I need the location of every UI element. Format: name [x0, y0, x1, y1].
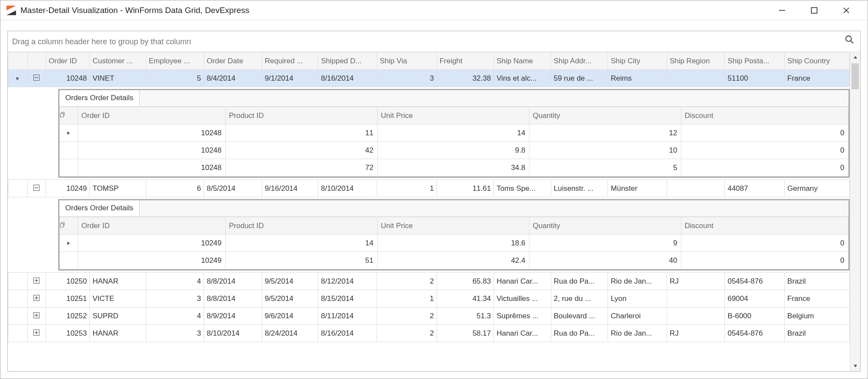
detail-col-unitPrice[interactable]: Unit Price: [377, 107, 529, 124]
detail-cell-quantity[interactable]: 9: [529, 235, 681, 252]
cell-shipCountry[interactable]: Germany: [785, 180, 850, 197]
cell-orderId[interactable]: 10253: [46, 325, 90, 342]
detail-cell-unitPrice[interactable]: 42.4: [377, 252, 529, 269]
cell-requiredDate[interactable]: 8/24/2014: [262, 325, 318, 342]
detail-cell-productId[interactable]: 72: [225, 159, 377, 176]
detail-col-quantity[interactable]: Quantity: [529, 107, 681, 124]
master-row[interactable]: 10249TOMSP68/5/20149/16/20148/10/2014111…: [8, 180, 850, 197]
cell-shipCity[interactable]: Lyon: [608, 290, 667, 307]
detail-cell-unitPrice[interactable]: 14: [377, 124, 529, 142]
cell-shipAddress[interactable]: 59 rue de ...: [551, 70, 608, 87]
expand-button[interactable]: [27, 307, 46, 325]
detail-col-orderId[interactable]: Order ID: [78, 217, 225, 235]
col-header-shipVia[interactable]: Ship Via: [377, 52, 437, 70]
detail-col-orderId[interactable]: Order ID: [78, 107, 225, 124]
scroll-thumb[interactable]: [852, 63, 859, 89]
detail-cell-unitPrice[interactable]: 9.8: [377, 142, 529, 159]
detail-cell-productId[interactable]: 14: [225, 235, 377, 252]
col-header-shipName[interactable]: Ship Name: [494, 52, 551, 70]
cell-shipName[interactable]: Victuailles ...: [494, 290, 551, 307]
detail-row[interactable]: 102481114120: [59, 124, 848, 142]
detail-cell-unitPrice[interactable]: 34.8: [377, 159, 529, 176]
cell-shipCity[interactable]: Rio de Jan...: [608, 273, 667, 290]
expand-button[interactable]: [27, 70, 46, 87]
cell-customerId[interactable]: VINET: [90, 70, 146, 87]
cell-shipVia[interactable]: 2: [377, 273, 437, 290]
cell-requiredDate[interactable]: 9/1/2014: [262, 70, 318, 87]
detail-col-productId[interactable]: Product ID: [225, 107, 377, 124]
detail-cell-productId[interactable]: 42: [225, 142, 377, 159]
detail-cell-productId[interactable]: 11: [225, 124, 377, 142]
cell-customerId[interactable]: HANAR: [90, 325, 146, 342]
cell-orderId[interactable]: 10251: [46, 290, 90, 307]
cell-orderDate[interactable]: 8/9/2014: [204, 307, 262, 325]
cell-customerId[interactable]: SUPRD: [90, 307, 146, 325]
cell-shipVia[interactable]: 1: [377, 290, 437, 307]
close-button[interactable]: [836, 3, 856, 18]
col-header-shipCountry[interactable]: Ship Country: [785, 52, 850, 70]
detail-cell-orderId[interactable]: 10248: [78, 124, 225, 142]
cell-shipCity[interactable]: Reims: [608, 70, 667, 87]
cell-shipPostal[interactable]: B-6000: [725, 307, 785, 325]
detail-selector-header[interactable]: [59, 107, 78, 124]
col-header-employeeId[interactable]: Employee ...: [146, 52, 204, 70]
detail-cell-quantity[interactable]: 12: [529, 124, 681, 142]
cell-orderDate[interactable]: 8/5/2014: [204, 180, 262, 197]
col-header-shipCity[interactable]: Ship City: [608, 52, 667, 70]
detail-col-unitPrice[interactable]: Unit Price: [377, 217, 529, 235]
detail-row[interactable]: 102495142.4400: [59, 252, 848, 269]
cell-shipCountry[interactable]: Belgium: [785, 307, 850, 325]
expand-button[interactable]: [27, 273, 46, 290]
cell-shipPostal[interactable]: 51100: [725, 70, 785, 87]
cell-requiredDate[interactable]: 9/5/2014: [262, 273, 318, 290]
grid-body[interactable]: Order IDCustomer ...Employee ...Order Da…: [8, 52, 850, 371]
cell-orderDate[interactable]: 8/8/2014: [204, 290, 262, 307]
cell-shipRegion[interactable]: [667, 307, 725, 325]
detail-cell-unitPrice[interactable]: 18.6: [377, 235, 529, 252]
cell-orderDate[interactable]: 8/8/2014: [204, 273, 262, 290]
detail-selector-header[interactable]: [59, 217, 78, 235]
cell-orderDate[interactable]: 8/10/2014: [204, 325, 262, 342]
vertical-scrollbar[interactable]: [850, 52, 860, 371]
detail-col-discount[interactable]: Discount: [681, 107, 848, 124]
cell-freight[interactable]: 32.38: [437, 70, 494, 87]
detail-cell-quantity[interactable]: 10: [529, 142, 681, 159]
detail-col-quantity[interactable]: Quantity: [529, 217, 681, 235]
col-header-shipRegion[interactable]: Ship Region: [667, 52, 725, 70]
detail-cell-quantity[interactable]: 5: [529, 159, 681, 176]
cell-customerId[interactable]: TOMSP: [90, 180, 146, 197]
cell-shipCountry[interactable]: France: [785, 70, 850, 87]
cell-shipCountry[interactable]: Brazil: [785, 273, 850, 290]
master-row[interactable]: 10251VICTE38/8/20149/5/20148/15/2014141.…: [8, 290, 850, 307]
cell-employeeId[interactable]: 3: [146, 325, 204, 342]
minimize-button[interactable]: [772, 3, 792, 18]
detail-row[interactable]: 102491418.690: [59, 235, 848, 252]
cell-shipVia[interactable]: 1: [377, 180, 437, 197]
col-header-freight[interactable]: Freight: [437, 52, 494, 70]
col-header-requiredDate[interactable]: Required ...: [262, 52, 318, 70]
cell-shipAddress[interactable]: 2, rue du ...: [551, 290, 608, 307]
cell-shipRegion[interactable]: [667, 180, 725, 197]
cell-shipVia[interactable]: 2: [377, 307, 437, 325]
cell-freight[interactable]: 65.83: [437, 273, 494, 290]
cell-shipCity[interactable]: Münster: [608, 180, 667, 197]
cell-shipName[interactable]: Suprêmes ...: [494, 307, 551, 325]
cell-shipRegion[interactable]: RJ: [667, 273, 725, 290]
detail-cell-orderId[interactable]: 10249: [78, 252, 225, 269]
cell-shipName[interactable]: Toms Spe...: [494, 180, 551, 197]
cell-requiredDate[interactable]: 9/5/2014: [262, 290, 318, 307]
master-row[interactable]: 10253HANAR38/10/20148/24/20148/16/201425…: [8, 325, 850, 342]
cell-requiredDate[interactable]: 9/16/2014: [262, 180, 318, 197]
cell-employeeId[interactable]: 4: [146, 307, 204, 325]
cell-shipName[interactable]: Vins et alc...: [494, 70, 551, 87]
cell-shipAddress[interactable]: Luisenstr. ...: [551, 180, 608, 197]
col-header-customerId[interactable]: Customer ...: [90, 52, 146, 70]
detail-col-productId[interactable]: Product ID: [225, 217, 377, 235]
cell-orderId[interactable]: 10252: [46, 307, 90, 325]
cell-freight[interactable]: 51.3: [437, 307, 494, 325]
master-row[interactable]: 10248VINET58/4/20149/1/20148/16/2014332.…: [8, 70, 850, 87]
detail-cell-discount[interactable]: 0: [681, 159, 848, 176]
cell-customerId[interactable]: HANAR: [90, 273, 146, 290]
cell-shipCity[interactable]: Rio de Jan...: [608, 325, 667, 342]
cell-shipVia[interactable]: 2: [377, 325, 437, 342]
